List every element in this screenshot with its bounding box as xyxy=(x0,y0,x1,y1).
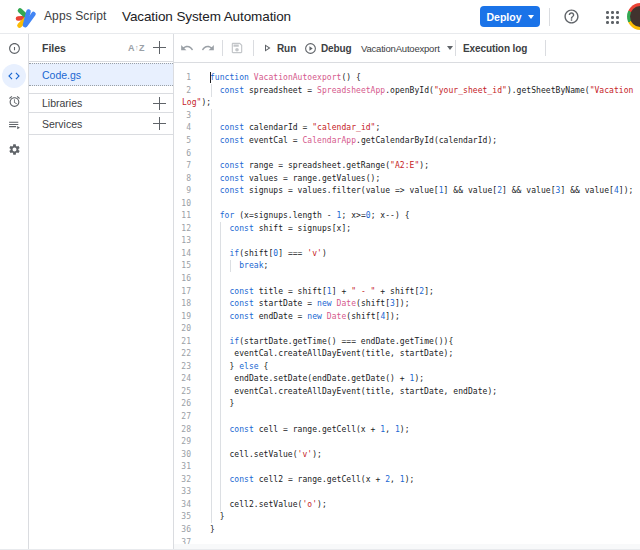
code-line[interactable]: 5 const eventCal = CalendarApp.getCalend… xyxy=(174,134,640,147)
line-number: 34 xyxy=(174,500,191,509)
code-line[interactable]: 15 break; xyxy=(174,260,640,273)
code-line[interactable]: 33 xyxy=(174,486,640,499)
text-cursor xyxy=(210,72,211,83)
sort-az-icon[interactable]: A↑Z xyxy=(128,43,145,53)
indent-guide xyxy=(211,473,212,486)
run-button[interactable]: Run xyxy=(261,34,296,62)
code-line[interactable]: 3 xyxy=(174,109,640,122)
code-line[interactable]: 6 xyxy=(174,147,640,160)
indent-guide xyxy=(211,360,212,373)
code-line[interactable]: 17 const title = shift[1] + " - " + shif… xyxy=(174,285,640,298)
code-line[interactable]: 18 const startDate = new Date(shift[3]); xyxy=(174,297,640,310)
indent-guide xyxy=(220,222,221,235)
indent-guide xyxy=(211,184,212,197)
code-line[interactable]: 14 if(shift[0] === 'v') xyxy=(174,247,640,260)
code-line[interactable]: 30 cell.setValue('v'); xyxy=(174,448,640,461)
execution-log-button[interactable]: Execution log xyxy=(463,34,527,62)
line-number: 25 xyxy=(174,387,191,396)
code-line[interactable]: 23 } else { xyxy=(174,360,640,373)
overview-button[interactable] xyxy=(2,36,26,60)
line-number: 22 xyxy=(174,349,191,358)
undo-button[interactable] xyxy=(180,34,194,62)
code-line[interactable]: 13 xyxy=(174,235,640,248)
indent-guide xyxy=(220,398,221,411)
line-number: 18 xyxy=(174,299,191,308)
indent-guide xyxy=(220,410,221,423)
line-number: 1 xyxy=(174,73,191,82)
files-panel-title: Files xyxy=(42,42,128,54)
indent-guide xyxy=(211,297,212,310)
code-line[interactable]: 10 xyxy=(174,197,640,210)
add-library-plus-icon[interactable] xyxy=(153,97,166,110)
code-line[interactable]: 11 for (x=signups.length - 1; x>=0; x--)… xyxy=(174,210,640,223)
indent-guide xyxy=(211,373,212,386)
code-line[interactable]: 26 } xyxy=(174,398,640,411)
add-service-plus-icon[interactable] xyxy=(153,117,166,130)
help-icon[interactable] xyxy=(563,8,580,25)
file-item-codegs[interactable]: Code.gs xyxy=(29,63,173,86)
line-number: 14 xyxy=(174,249,191,258)
indent-guide xyxy=(211,260,212,273)
avatar[interactable] xyxy=(627,3,640,30)
apps-grid-icon[interactable] xyxy=(605,10,620,25)
project-title[interactable]: Vacation System Automation xyxy=(122,0,291,33)
product-name[interactable]: Apps Script xyxy=(44,0,106,33)
line-number: 29 xyxy=(174,437,191,446)
code-line[interactable]: 21 if(startDate.getTime() === endDate.ge… xyxy=(174,335,640,348)
code-line[interactable]: 36} xyxy=(174,523,640,536)
code-line[interactable]: 7 const range = spreadsheet.getRange("A2… xyxy=(174,159,640,172)
code-line[interactable]: 19 const endDate = new Date(shift[4]); xyxy=(174,310,640,323)
line-number: 9 xyxy=(174,186,191,195)
editor-button[interactable] xyxy=(2,64,26,88)
line-number: 5 xyxy=(174,136,191,145)
indent-guide xyxy=(211,109,212,122)
line-number: 11 xyxy=(174,211,191,220)
code-line[interactable]: 22 eventCal.createAllDayEvent(title, sta… xyxy=(174,348,640,361)
code-line[interactable]: 32 const cell2 = range.getCell(x + 2, 1)… xyxy=(174,473,640,486)
code-line[interactable]: 29 xyxy=(174,435,640,448)
indent-guide xyxy=(211,147,212,160)
code-line-wrap[interactable]: Log"); xyxy=(174,97,640,110)
indent-guide xyxy=(211,385,212,398)
code-line[interactable]: 35 } xyxy=(174,511,640,524)
code-line[interactable]: 2 const spreadsheet = SpreadsheetApp.ope… xyxy=(174,84,640,97)
code-line[interactable]: 31 xyxy=(174,460,640,473)
save-button[interactable] xyxy=(230,34,244,62)
header-divider xyxy=(549,8,550,26)
indent-guide xyxy=(220,272,221,285)
code-icon xyxy=(7,69,21,83)
deploy-button[interactable]: Deploy xyxy=(480,6,540,27)
files-panel-header: Files A↑Z xyxy=(29,34,173,62)
indent-guide xyxy=(220,247,221,260)
code-line[interactable]: 34 cell2.setValue('o'); xyxy=(174,498,640,511)
code-line[interactable]: 27 xyxy=(174,410,640,423)
function-selector[interactable]: VacationAutoexport xyxy=(361,34,453,62)
line-number: 19 xyxy=(174,312,191,321)
code-line[interactable]: 24 endDate.setDate(endDate.getDate() + 1… xyxy=(174,373,640,386)
code-line[interactable]: 4 const calendarId = "calendar_id"; xyxy=(174,122,640,135)
indent-guide xyxy=(211,134,212,147)
line-number: 16 xyxy=(174,274,191,283)
indent-guide xyxy=(220,348,221,361)
line-number: 13 xyxy=(174,236,191,245)
libraries-section[interactable]: Libraries xyxy=(29,93,173,113)
indent-guide xyxy=(211,335,212,348)
redo-button[interactable] xyxy=(201,34,215,62)
settings-button[interactable] xyxy=(2,137,26,161)
executions-button[interactable] xyxy=(2,113,26,137)
triggers-button[interactable] xyxy=(2,89,26,113)
indent-guide xyxy=(220,285,221,298)
code-line[interactable]: 25 eventCal.createAllDayEvent(title, sta… xyxy=(174,385,640,398)
code-editor[interactable]: 1function VacationAutoexport() {2 const … xyxy=(174,63,640,550)
code-line[interactable]: 8 const values = range.getValues(); xyxy=(174,172,640,185)
services-section[interactable]: Services xyxy=(29,113,173,135)
debug-button[interactable]: Debug xyxy=(304,34,352,62)
code-line[interactable]: 16 xyxy=(174,272,640,285)
code-line[interactable]: 9 const signups = values.filter(value =>… xyxy=(174,184,640,197)
code-line[interactable]: 12 const shift = signups[x]; xyxy=(174,222,640,235)
code-line[interactable]: 20 xyxy=(174,322,640,335)
indent-guide xyxy=(211,398,212,411)
add-file-plus-icon[interactable] xyxy=(153,41,166,54)
code-line[interactable]: 28 const cell = range.getCell(x + 1, 1); xyxy=(174,423,640,436)
code-line[interactable]: 1function VacationAutoexport() { xyxy=(174,72,640,85)
